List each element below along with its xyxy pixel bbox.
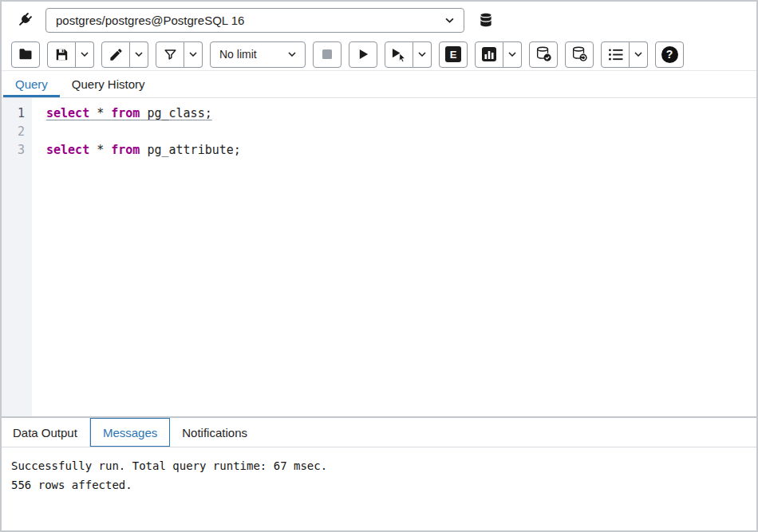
filter-icon xyxy=(163,47,178,62)
sql-keyword: from xyxy=(111,106,140,120)
code-line-2 xyxy=(46,123,756,141)
chevron-down-icon xyxy=(81,52,89,57)
execute-script-button[interactable] xyxy=(385,41,413,68)
tab-messages-label: Messages xyxy=(103,426,157,439)
sql-editor[interactable]: 1 2 3 select * from pg_class; select * f… xyxy=(2,98,756,416)
database-icon xyxy=(478,12,494,28)
sql-text: pg_class; xyxy=(140,106,211,120)
query-tool-window: postgres/postgres@PostgreSQL 16 xyxy=(0,0,758,532)
connection-status-button[interactable] xyxy=(10,7,38,33)
row-limit-select[interactable]: No limit xyxy=(210,41,306,68)
execute-icon xyxy=(357,48,369,61)
save-button-group xyxy=(47,41,94,68)
macro-icon xyxy=(608,48,623,61)
rollback-button[interactable] xyxy=(565,41,594,68)
sql-keyword: select xyxy=(46,143,89,157)
edit-button[interactable] xyxy=(101,41,130,68)
message-runtime: Successfully run. Total query runtime: 6… xyxy=(11,456,747,475)
tab-notifications-label: Notifications xyxy=(182,426,247,439)
sql-keyword: select xyxy=(46,106,89,120)
chevron-down-icon xyxy=(634,52,642,57)
line-number-gutter: 1 2 3 xyxy=(2,98,32,416)
execute-button[interactable] xyxy=(349,41,377,68)
sql-text: pg_attribute; xyxy=(140,143,240,157)
open-file-button[interactable] xyxy=(11,41,40,68)
connection-bar: postgres/postgres@PostgreSQL 16 xyxy=(2,2,756,38)
new-connection-button[interactable] xyxy=(472,7,500,33)
explain-analyze-button-group xyxy=(475,41,522,68)
message-rows-affected: 556 rows affected. xyxy=(11,475,747,495)
line-number: 3 xyxy=(2,141,25,160)
edit-button-group xyxy=(101,41,148,68)
help-icon: ? xyxy=(661,46,678,63)
execute-options-menu-button[interactable] xyxy=(413,41,432,68)
line-number: 2 xyxy=(2,123,25,141)
connection-selector[interactable]: postgres/postgres@PostgreSQL 16 xyxy=(45,8,464,33)
help-button[interactable]: ? xyxy=(655,41,684,68)
tab-query-history-label: Query History xyxy=(72,77,145,91)
code-area[interactable]: select * from pg_class; select * from pg… xyxy=(32,98,756,416)
edit-menu-button[interactable] xyxy=(130,41,148,68)
chevron-down-icon xyxy=(418,52,426,57)
macro-button-group xyxy=(601,41,648,68)
save-menu-button[interactable] xyxy=(76,41,94,68)
filter-button[interactable] xyxy=(156,41,184,68)
save-button[interactable] xyxy=(47,41,76,68)
messages-panel: Successfully run. Total query runtime: 6… xyxy=(2,447,756,530)
output-tabbar: Data Output Messages Notifications xyxy=(2,416,756,447)
stop-icon xyxy=(321,48,334,61)
chevron-down-icon xyxy=(288,52,296,57)
sql-text: * xyxy=(89,143,111,157)
tab-data-output-label: Data Output xyxy=(13,426,77,439)
explain-analyze-icon xyxy=(481,46,497,62)
connection-label: postgres/postgres@PostgreSQL 16 xyxy=(56,14,244,27)
explain-options-menu-button[interactable] xyxy=(503,41,522,68)
editor-tabbar: Query Query History xyxy=(2,71,756,98)
edit-icon xyxy=(109,47,124,62)
macro-button[interactable] xyxy=(601,41,630,68)
explain-button[interactable]: E xyxy=(439,41,468,68)
explain-icon: E xyxy=(445,46,461,62)
tab-messages[interactable]: Messages xyxy=(90,418,170,447)
stop-button[interactable] xyxy=(313,41,341,68)
sql-text: * xyxy=(89,106,111,120)
row-limit-label: No limit xyxy=(219,48,257,61)
tab-query[interactable]: Query xyxy=(3,71,60,97)
chevron-down-icon xyxy=(135,52,143,57)
save-icon xyxy=(54,47,69,62)
query-toolbar: No limit xyxy=(2,38,756,71)
filter-menu-button[interactable] xyxy=(184,41,203,68)
execute-script-button-group xyxy=(385,41,432,68)
line-number: 1 xyxy=(2,104,25,123)
folder-icon xyxy=(18,46,34,62)
execute-script-icon xyxy=(391,47,408,62)
tab-query-label: Query xyxy=(15,77,48,91)
tab-query-history[interactable]: Query History xyxy=(60,71,157,97)
commit-icon xyxy=(535,45,552,63)
plug-icon xyxy=(15,11,34,30)
chevron-down-icon xyxy=(189,52,197,57)
code-line-3: select * from pg_attribute; xyxy=(46,141,756,160)
macro-menu-button[interactable] xyxy=(630,41,648,68)
commit-button[interactable] xyxy=(529,41,558,68)
chevron-down-icon xyxy=(508,52,516,57)
explain-analyze-button[interactable] xyxy=(475,41,503,68)
chevron-down-icon xyxy=(445,18,454,23)
tab-notifications[interactable]: Notifications xyxy=(170,418,259,447)
rollback-icon xyxy=(570,45,588,63)
sql-keyword: from xyxy=(111,143,140,157)
filter-button-group xyxy=(156,41,203,68)
tab-data-output[interactable]: Data Output xyxy=(11,418,90,447)
code-line-1: select * from pg_class; xyxy=(46,104,756,123)
